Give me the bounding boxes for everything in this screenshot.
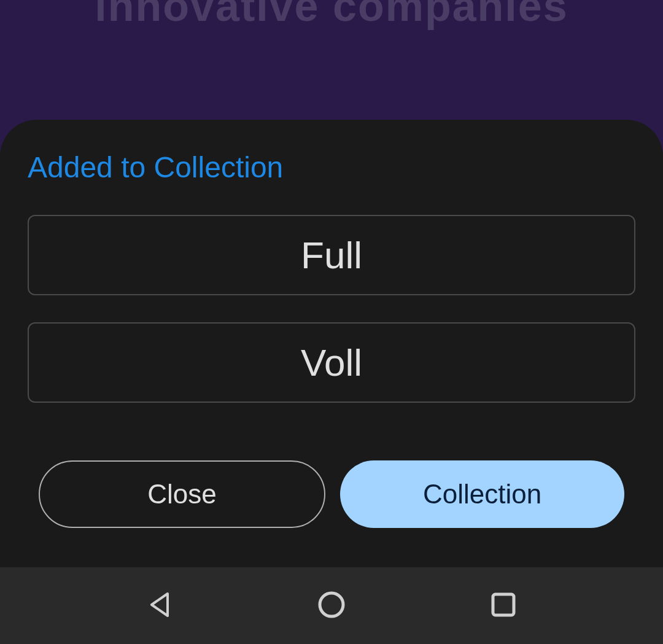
nav-back-button[interactable] (145, 591, 174, 621)
svg-point-0 (320, 593, 343, 616)
sheet-title: Added to Collection (28, 150, 635, 184)
option-voll-button[interactable]: Voll (28, 322, 635, 403)
back-icon (147, 590, 173, 622)
nav-recent-button[interactable] (489, 591, 518, 621)
recent-icon (490, 591, 517, 621)
svg-rect-1 (493, 594, 514, 615)
close-button[interactable]: Close (39, 460, 325, 528)
action-row: Close Collection (28, 460, 635, 528)
collection-button[interactable]: Collection (340, 460, 624, 528)
nav-home-button[interactable] (317, 591, 346, 621)
background-partial-text: innovative companies (0, 0, 663, 31)
bottom-sheet: Added to Collection Full Voll Close Coll… (0, 120, 663, 567)
home-icon (317, 590, 346, 622)
system-nav-bar (0, 567, 663, 644)
option-full-button[interactable]: Full (28, 215, 635, 295)
